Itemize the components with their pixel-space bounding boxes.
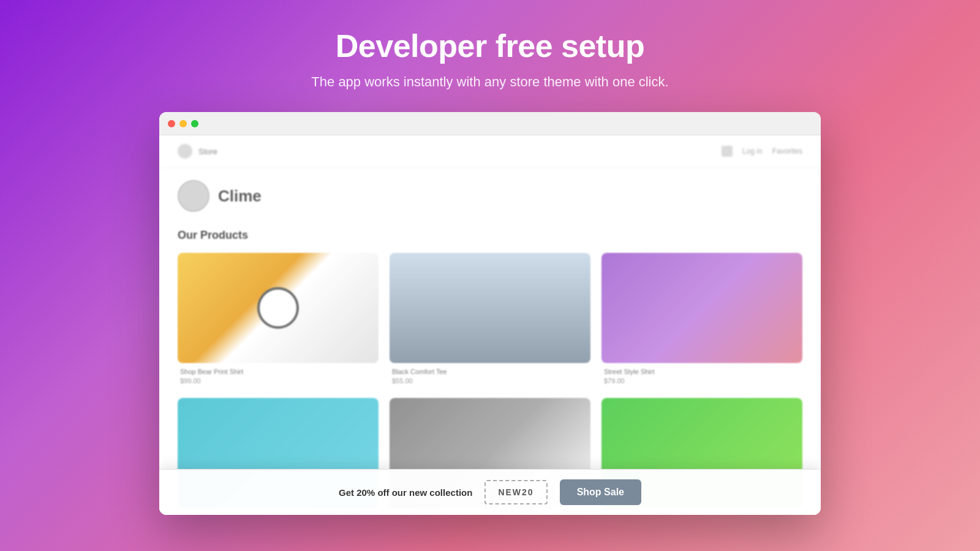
product-info-2: Black Comfort Tee $55.00 — [390, 363, 590, 387]
browser-dots — [168, 120, 198, 127]
browser-dot-maximize[interactable] — [191, 120, 198, 127]
product-info-3: Street Style Shirt $79.00 — [601, 363, 802, 387]
shop-sale-button[interactable]: Shop Sale — [560, 479, 641, 505]
product-price-1: $99.00 — [180, 377, 376, 384]
product-image-1 — [178, 253, 379, 363]
product-name-2: Black Comfort Tee — [392, 368, 588, 375]
product-name-3: Street Style Shirt — [604, 368, 800, 375]
store-nav-brand: Store — [198, 147, 217, 156]
product-name-1: Shop Bear Print Shirt — [180, 368, 376, 375]
product-image-2 — [390, 253, 590, 363]
browser-content: Store Log in Favorites Clime Our Product… — [159, 135, 821, 515]
products-heading: Our Products — [178, 229, 802, 242]
promo-banner: Get 20% off our new collection NEW20 Sho… — [159, 469, 821, 515]
store-logo-circle — [178, 180, 209, 212]
store-nav-left: Store — [178, 144, 217, 159]
browser-dot-minimize[interactable] — [179, 120, 187, 127]
store-body: Clime Our Products Shop Bear Print Shirt… — [159, 168, 821, 515]
product-price-2: $55.00 — [392, 377, 588, 384]
product-price-3: $79.00 — [604, 377, 800, 384]
store-logo-area: Clime — [178, 180, 802, 212]
product-image-3 — [601, 253, 802, 363]
browser-window: Store Log in Favorites Clime Our Product… — [159, 112, 821, 515]
cart-icon — [722, 146, 733, 157]
page-subtitle: The app works instantly with any store t… — [311, 74, 668, 90]
store-nav-right: Log in Favorites — [722, 146, 802, 157]
nav-login-link[interactable]: Log in — [742, 147, 763, 156]
product-info-1: Shop Bear Print Shirt $99.00 — [178, 363, 379, 387]
store-nav-logo — [178, 144, 192, 159]
promo-text: Get 20% off our new collection — [339, 487, 472, 498]
browser-dot-close[interactable] — [168, 120, 175, 127]
product-card[interactable]: Street Style Shirt $79.00 — [601, 253, 802, 387]
promo-code-box: NEW20 — [484, 480, 547, 504]
store-nav: Store Log in Favorites — [159, 135, 821, 168]
product-card[interactable]: Black Comfort Tee $55.00 — [390, 253, 590, 387]
store-logo-name: Clime — [218, 187, 262, 206]
product-card[interactable]: Shop Bear Print Shirt $99.00 — [178, 253, 379, 387]
page-title: Developer free setup — [336, 28, 644, 64]
browser-titlebar — [159, 112, 821, 135]
nav-favorites-link[interactable]: Favorites — [772, 147, 802, 156]
